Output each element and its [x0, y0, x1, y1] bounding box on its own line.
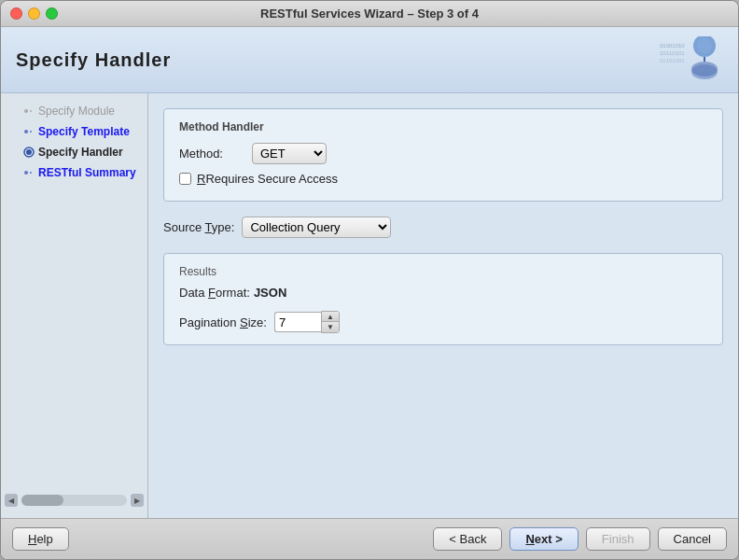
- header-icon: 01001010 10110101 01101001: [658, 36, 723, 83]
- traffic-lights: [10, 7, 58, 20]
- step-done-icon: [23, 105, 35, 117]
- spinner-buttons: ▲ ▼: [321, 311, 340, 333]
- pagination-row: Pagination Size: 7 ▲ ▼: [179, 311, 707, 333]
- sidebar-scroll: Specify Module Specify Template: [1, 101, 147, 490]
- titlebar: RESTful Services Wizard – Step 3 of 4: [1, 1, 738, 27]
- pagination-input[interactable]: 7: [274, 312, 321, 332]
- finish-button[interactable]: Finish: [586, 527, 650, 551]
- right-panel: Method Handler Method: GET POST PUT DELE…: [148, 93, 738, 518]
- header-decoration-icon: 01001010 10110101 01101001: [658, 36, 723, 83]
- sidebar-scroll-right[interactable]: ▶: [131, 494, 144, 507]
- sidebar: Specify Module Specify Template: [1, 93, 148, 518]
- svg-text:01101001: 01101001: [660, 58, 685, 63]
- maximize-button[interactable]: [46, 7, 58, 20]
- results-section: Results Data Format: JSON Pagination Siz…: [163, 253, 723, 345]
- results-label: Results: [179, 265, 707, 278]
- pagination-label: Pagination Size:: [179, 315, 267, 329]
- step-active-icon: [23, 126, 35, 137]
- sidebar-scroll-left[interactable]: ◀: [5, 494, 18, 507]
- svg-text:01001010: 01001010: [660, 43, 685, 49]
- svg-point-15: [24, 171, 28, 175]
- secure-access-checkbox[interactable]: [179, 173, 191, 185]
- sidebar-item-label: RESTful Summary: [38, 166, 136, 179]
- data-format-row: Data Format: JSON: [179, 286, 707, 300]
- method-row: Method: GET POST PUT DELETE: [179, 143, 707, 164]
- sidebar-scrollbar-area: ◀ ▶: [1, 490, 147, 511]
- sidebar-scroll-thumb: [21, 495, 63, 506]
- sidebar-item-restful-summary[interactable]: RESTful Summary: [1, 162, 147, 183]
- sidebar-item-label: Specify Module: [38, 105, 115, 118]
- sidebar-item-label: Specify Template: [38, 125, 130, 138]
- source-type-row: Source Type: Collection Query Single Ite…: [163, 217, 723, 238]
- close-button[interactable]: [10, 7, 22, 20]
- source-type-label: Source Type:: [163, 220, 234, 234]
- sidebar-item-label: Specify Handler: [38, 146, 123, 159]
- main-content: Specify Module Specify Template: [1, 93, 738, 518]
- svg-point-3: [691, 64, 718, 79]
- svg-text:10110101: 10110101: [660, 50, 685, 56]
- cancel-button[interactable]: Cancel: [658, 527, 727, 551]
- svg-point-13: [26, 149, 32, 155]
- svg-point-9: [24, 109, 28, 113]
- step-current-icon: [23, 147, 35, 158]
- svg-point-1: [697, 38, 712, 53]
- secure-access-label[interactable]: RRequires Secure Access: [197, 172, 338, 186]
- window-title: RESTful Services Wizard – Step 3 of 4: [260, 7, 479, 21]
- data-format-value: JSON: [254, 286, 286, 300]
- sidebar-item-specify-handler[interactable]: Specify Handler: [1, 142, 147, 162]
- method-handler-label: Method Handler: [179, 120, 707, 133]
- secure-access-row: RRequires Secure Access: [179, 172, 707, 186]
- svg-point-11: [24, 130, 28, 133]
- main-window: RESTful Services Wizard – Step 3 of 4 Sp…: [0, 0, 739, 560]
- method-select[interactable]: GET POST PUT DELETE: [252, 143, 327, 164]
- method-label: Method:: [179, 147, 244, 161]
- sidebar-item-specify-template[interactable]: Specify Template: [1, 121, 147, 142]
- minimize-button[interactable]: [28, 7, 40, 20]
- spinner-down-button[interactable]: ▼: [322, 322, 339, 332]
- pagination-spinner: 7 ▲ ▼: [274, 311, 340, 333]
- spinner-up-button[interactable]: ▲: [322, 312, 339, 322]
- bottom-bar: Help < Back Next > Finish Cancel: [1, 518, 738, 559]
- header: Specify Handler 01001010 10110101 011010…: [1, 27, 738, 93]
- back-button[interactable]: < Back: [433, 527, 502, 551]
- step-next-icon: [23, 167, 35, 178]
- sidebar-scroll-track[interactable]: [21, 495, 127, 506]
- data-format-label: Data Format:: [179, 286, 250, 300]
- method-handler-section: Method Handler Method: GET POST PUT DELE…: [163, 108, 723, 202]
- next-button[interactable]: Next >: [509, 527, 578, 551]
- help-button[interactable]: Help: [12, 527, 69, 551]
- page-title: Specify Handler: [16, 49, 171, 71]
- sidebar-item-specify-module: Specify Module: [1, 101, 147, 121]
- source-type-select[interactable]: Collection Query Single Item Custom: [242, 217, 391, 238]
